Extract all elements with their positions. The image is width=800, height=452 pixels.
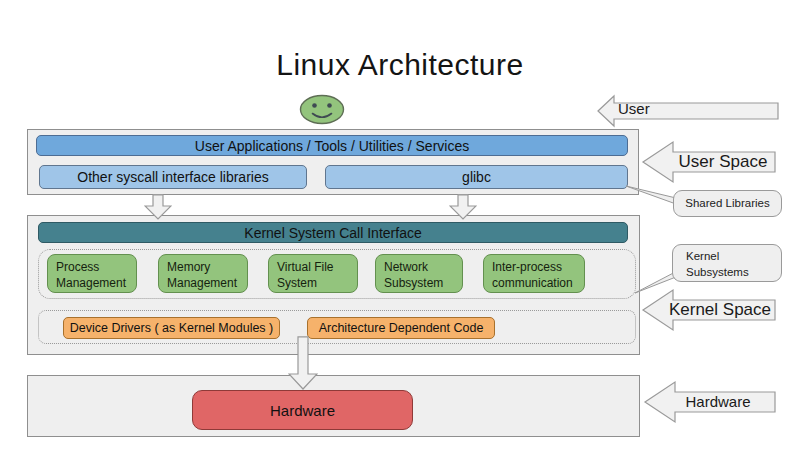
kernel-space-arrow-label: Kernel Space bbox=[664, 300, 776, 320]
user-applications-bar: User Applications / Tools / Utilities / … bbox=[36, 135, 628, 156]
architecture-dependent-code-box: Architecture Dependent Code bbox=[307, 317, 495, 339]
user-arrow-label: User bbox=[618, 100, 650, 117]
shared-libraries-callout: Shared Libraries bbox=[673, 190, 782, 217]
down-arrow-syscall-right-icon bbox=[449, 194, 477, 220]
down-arrow-syscall-left-icon bbox=[144, 194, 172, 220]
subsystem-process-management: Process Management bbox=[47, 254, 137, 293]
kernel-subsystems-callout: Kernel Subsystems bbox=[672, 244, 782, 282]
hardware-arrow-label: Hardware bbox=[664, 393, 772, 410]
glibc-box: glibc bbox=[325, 165, 628, 189]
diagram-title: Linux Architecture bbox=[0, 48, 800, 82]
hardware-box: Hardware bbox=[192, 390, 413, 430]
smiley-user-icon bbox=[299, 94, 345, 125]
device-drivers-box: Device Drivers ( as Kernel Modules ) bbox=[63, 317, 280, 339]
down-arrow-hardware-icon bbox=[288, 336, 318, 390]
subsystem-inter-process-communication: Inter-process communication bbox=[483, 254, 585, 293]
user-space-arrow-label: User Space bbox=[670, 152, 776, 172]
shared-libraries-pointer bbox=[624, 184, 678, 208]
subsystem-virtual-file-system: Virtual File System bbox=[268, 254, 358, 293]
subsystem-memory-management: Memory Management bbox=[158, 254, 248, 293]
subsystem-network-subsystem: Network Subsystem bbox=[375, 254, 463, 293]
kernel-syscall-interface-bar: Kernel System Call Interface bbox=[38, 222, 628, 243]
other-syscall-libraries-box: Other syscall interface libraries bbox=[39, 165, 307, 189]
